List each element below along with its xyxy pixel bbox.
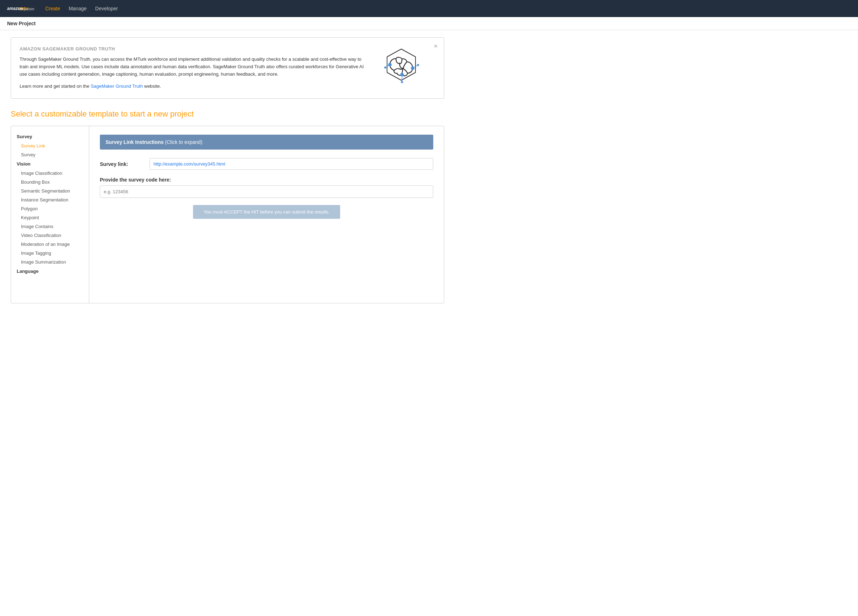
instructions-expand-button[interactable]: Survey Link Instructions (Click to expan… xyxy=(100,135,433,150)
template-heading: Select a customizable template to start … xyxy=(11,109,444,119)
sagemaker-banner: AMAZON SAGEMAKER GROUND TRUTH Through Sa… xyxy=(11,37,444,99)
brain-svg xyxy=(380,46,423,89)
sidebar-item-keypoint[interactable]: Keypoint xyxy=(11,213,89,222)
sagemaker-brain-icon xyxy=(380,46,423,90)
instructions-btn-label: Survey Link Instructions xyxy=(106,139,163,145)
svg-point-7 xyxy=(384,67,386,68)
sidebar: Survey Survey Link Survey Vision Image C… xyxy=(11,126,89,303)
page-header: New Project xyxy=(0,17,858,30)
sidebar-item-image-tagging[interactable]: Image Tagging xyxy=(11,249,89,258)
svg-point-9 xyxy=(417,64,419,66)
template-container: Survey Survey Link Survey Vision Image C… xyxy=(11,126,444,303)
submit-button[interactable]: You must ACCEPT the HIT before you can s… xyxy=(193,205,340,219)
survey-link-row: Survey link: xyxy=(100,158,433,170)
navbar: amazon mturk Requester Create Manage Dev… xyxy=(0,0,858,17)
sidebar-item-survey[interactable]: Survey xyxy=(11,150,89,159)
logo: amazon mturk Requester xyxy=(7,5,34,12)
nav-developer[interactable]: Developer xyxy=(95,6,118,11)
sidebar-item-survey-link[interactable]: Survey Link xyxy=(11,141,89,150)
sidebar-item-bounding-box[interactable]: Bounding Box xyxy=(11,178,89,186)
nav-create[interactable]: Create xyxy=(45,6,60,11)
sagemaker-link-text: Learn more and get started on the SageMa… xyxy=(20,84,369,89)
sidebar-item-image-classification[interactable]: Image Classification xyxy=(11,169,89,178)
survey-code-label: Provide the survey code here: xyxy=(100,177,433,183)
survey-code-section: Provide the survey code here: xyxy=(100,177,433,198)
sidebar-item-image-summarization[interactable]: Image Summarization xyxy=(11,258,89,267)
nav-manage[interactable]: Manage xyxy=(68,6,87,11)
sidebar-item-semantic-segmentation[interactable]: Semantic Segmentation xyxy=(11,186,89,196)
survey-link-label: Survey link: xyxy=(100,161,150,167)
sidebar-item-video-classification[interactable]: Video Classification xyxy=(11,231,89,240)
sagemaker-title: AMAZON SAGEMAKER GROUND TRUTH xyxy=(20,46,369,51)
sidebar-item-image-contains[interactable]: Image Contains xyxy=(11,222,89,231)
sidebar-item-polygon[interactable]: Polygon xyxy=(11,204,89,213)
sagemaker-close-button[interactable]: × xyxy=(434,43,438,50)
sidebar-category-survey: Survey xyxy=(11,132,89,141)
main-content: AMAZON SAGEMAKER GROUND TRUTH Through Sa… xyxy=(0,30,455,310)
page-title: New Project xyxy=(7,20,36,26)
sidebar-category-language: Language xyxy=(11,267,89,276)
sidebar-category-vision: Vision xyxy=(11,159,89,169)
nav-links: Create Manage Developer xyxy=(45,6,118,11)
sagemaker-body: Through SageMaker Ground Truth, you can … xyxy=(20,56,369,78)
sidebar-item-instance-segmentation[interactable]: Instance Segmentation xyxy=(11,196,89,204)
logo-requester-label: Requester xyxy=(18,7,34,11)
survey-code-input[interactable] xyxy=(100,185,433,198)
survey-link-input[interactable] xyxy=(150,158,433,170)
sagemaker-ground-truth-link[interactable]: SageMaker Ground Truth xyxy=(91,84,143,89)
instructions-btn-suffix: (Click to expand) xyxy=(163,139,202,145)
sidebar-item-moderation-of-an-image[interactable]: Moderation of an Image xyxy=(11,240,89,249)
sagemaker-banner-content: AMAZON SAGEMAKER GROUND TRUTH Through Sa… xyxy=(20,46,369,89)
svg-point-11 xyxy=(401,81,403,83)
main-panel: Survey Link Instructions (Click to expan… xyxy=(89,126,444,303)
